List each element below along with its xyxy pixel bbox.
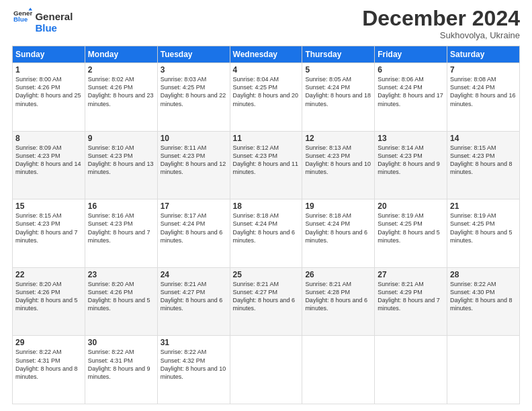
day-number: 11 (233, 134, 300, 143)
logo-icon: General Blue (13, 7, 32, 26)
day-number: 10 (161, 134, 227, 143)
day-info: Sunrise: 8:02 AMSunset: 4:26 PMDaylight:… (88, 76, 154, 107)
day-info: Sunrise: 8:11 AMSunset: 4:23 PMDaylight:… (161, 144, 226, 175)
calendar-cell: 22 Sunrise: 8:20 AMSunset: 4:26 PMDaylig… (13, 267, 85, 336)
calendar-table: SundayMondayTuesdayWednesdayThursdayFrid… (12, 46, 520, 404)
day-info: Sunrise: 8:05 AMSunset: 4:24 PMDaylight:… (305, 76, 371, 107)
day-header-sunday: Sunday (13, 46, 85, 63)
day-info: Sunrise: 8:13 AMSunset: 4:23 PMDaylight:… (305, 144, 371, 175)
day-header-wednesday: Wednesday (230, 46, 302, 63)
calendar-cell: 27 Sunrise: 8:21 AMSunset: 4:29 PMDaylig… (375, 267, 447, 336)
calendar-cell: 14 Sunrise: 8:15 AMSunset: 4:23 PMDaylig… (447, 131, 520, 199)
day-number: 21 (450, 201, 517, 211)
day-number: 15 (15, 201, 82, 211)
day-number: 1 (15, 65, 82, 75)
day-info: Sunrise: 8:21 AMSunset: 4:28 PMDaylight:… (305, 281, 367, 312)
day-number: 4 (233, 65, 300, 75)
day-info: Sunrise: 8:15 AMSunset: 4:23 PMDaylight:… (450, 144, 513, 175)
calendar-cell: 10 Sunrise: 8:11 AMSunset: 4:23 PMDaylig… (157, 131, 230, 199)
day-number: 26 (305, 270, 371, 279)
calendar-body: 1 Sunrise: 8:00 AMSunset: 4:26 PMDayligh… (13, 63, 520, 404)
month-title: December 2024 (362, 7, 520, 30)
day-number: 8 (15, 134, 82, 143)
calendar-cell: 1 Sunrise: 8:00 AMSunset: 4:26 PMDayligh… (13, 63, 85, 132)
calendar-cell: 20 Sunrise: 8:19 AMSunset: 4:25 PMDaylig… (375, 199, 447, 268)
day-number: 12 (305, 134, 371, 143)
day-header-saturday: Saturday (447, 46, 520, 63)
svg-text:Blue: Blue (13, 15, 28, 23)
week-row-5: 29 Sunrise: 8:22 AMSunset: 4:31 PMDaylig… (13, 336, 520, 404)
day-info: Sunrise: 8:16 AMSunset: 4:23 PMDaylight:… (88, 212, 150, 243)
day-header-friday: Friday (375, 46, 447, 63)
header: General Blue General Blue December 2024 … (12, 7, 520, 40)
day-info: Sunrise: 8:10 AMSunset: 4:23 PMDaylight:… (88, 144, 154, 175)
day-header-thursday: Thursday (302, 46, 375, 63)
calendar-cell (375, 336, 447, 404)
calendar-cell: 13 Sunrise: 8:14 AMSunset: 4:23 PMDaylig… (375, 131, 447, 199)
calendar-cell: 8 Sunrise: 8:09 AMSunset: 4:23 PMDayligh… (13, 131, 85, 199)
day-info: Sunrise: 8:15 AMSunset: 4:23 PMDaylight:… (15, 212, 78, 243)
calendar-cell: 4 Sunrise: 8:04 AMSunset: 4:25 PMDayligh… (230, 63, 302, 132)
logo: General Blue General Blue (12, 7, 73, 34)
day-number: 23 (88, 270, 154, 279)
day-info: Sunrise: 8:00 AMSunset: 4:26 PMDaylight:… (15, 76, 81, 107)
day-info: Sunrise: 8:22 AMSunset: 4:30 PMDaylight:… (450, 281, 513, 312)
calendar-cell: 6 Sunrise: 8:06 AMSunset: 4:24 PMDayligh… (375, 63, 447, 132)
calendar-cell: 24 Sunrise: 8:21 AMSunset: 4:27 PMDaylig… (157, 267, 230, 336)
days-header-row: SundayMondayTuesdayWednesdayThursdayFrid… (13, 46, 520, 63)
day-info: Sunrise: 8:14 AMSunset: 4:23 PMDaylight:… (378, 144, 440, 175)
calendar-cell: 31 Sunrise: 8:22 AMSunset: 4:32 PMDaylig… (157, 336, 230, 404)
day-number: 24 (161, 270, 227, 279)
day-number: 28 (450, 270, 517, 279)
week-row-3: 15 Sunrise: 8:15 AMSunset: 4:23 PMDaylig… (13, 199, 520, 268)
day-info: Sunrise: 8:20 AMSunset: 4:26 PMDaylight:… (15, 281, 78, 312)
day-number: 20 (378, 201, 444, 211)
calendar-cell: 15 Sunrise: 8:15 AMSunset: 4:23 PMDaylig… (13, 199, 85, 268)
day-number: 2 (88, 65, 154, 75)
day-info: Sunrise: 8:03 AMSunset: 4:25 PMDaylight:… (161, 76, 226, 107)
calendar-cell (230, 336, 302, 404)
week-row-2: 8 Sunrise: 8:09 AMSunset: 4:23 PMDayligh… (13, 131, 520, 199)
calendar-cell: 17 Sunrise: 8:17 AMSunset: 4:24 PMDaylig… (157, 199, 230, 268)
day-info: Sunrise: 8:21 AMSunset: 4:27 PMDaylight:… (233, 281, 296, 312)
day-number: 27 (378, 270, 444, 279)
day-number: 5 (305, 65, 371, 75)
calendar-cell (302, 336, 375, 404)
day-number: 29 (15, 338, 82, 347)
page: General Blue General Blue December 2024 … (0, 0, 532, 411)
calendar-cell: 16 Sunrise: 8:16 AMSunset: 4:23 PMDaylig… (85, 199, 157, 268)
title-block: December 2024 Sukhovolya, Ukraine (362, 7, 520, 40)
day-number: 31 (161, 338, 227, 347)
calendar-cell (447, 336, 520, 404)
calendar-cell: 30 Sunrise: 8:22 AMSunset: 4:31 PMDaylig… (85, 336, 157, 404)
day-number: 3 (161, 65, 227, 75)
calendar-cell: 23 Sunrise: 8:20 AMSunset: 4:26 PMDaylig… (85, 267, 157, 336)
day-info: Sunrise: 8:19 AMSunset: 4:25 PMDaylight:… (450, 212, 513, 243)
week-row-1: 1 Sunrise: 8:00 AMSunset: 4:26 PMDayligh… (13, 63, 520, 132)
day-number: 18 (233, 201, 300, 211)
week-row-4: 22 Sunrise: 8:20 AMSunset: 4:26 PMDaylig… (13, 267, 520, 336)
day-header-monday: Monday (85, 46, 157, 63)
calendar-cell: 7 Sunrise: 8:08 AMSunset: 4:24 PMDayligh… (447, 63, 520, 132)
day-info: Sunrise: 8:22 AMSunset: 4:31 PMDaylight:… (15, 349, 78, 379)
day-info: Sunrise: 8:04 AMSunset: 4:25 PMDaylight:… (233, 76, 299, 107)
calendar-cell: 2 Sunrise: 8:02 AMSunset: 4:26 PMDayligh… (85, 63, 157, 132)
day-number: 6 (378, 65, 444, 75)
day-number: 9 (88, 134, 154, 143)
calendar-cell: 18 Sunrise: 8:18 AMSunset: 4:24 PMDaylig… (230, 199, 302, 268)
day-info: Sunrise: 8:22 AMSunset: 4:31 PMDaylight:… (88, 349, 150, 379)
day-info: Sunrise: 8:21 AMSunset: 4:27 PMDaylight:… (161, 281, 223, 312)
day-number: 14 (450, 134, 517, 143)
calendar-cell: 9 Sunrise: 8:10 AMSunset: 4:23 PMDayligh… (85, 131, 157, 199)
day-info: Sunrise: 8:06 AMSunset: 4:24 PMDaylight:… (378, 76, 443, 107)
calendar-cell: 3 Sunrise: 8:03 AMSunset: 4:25 PMDayligh… (157, 63, 230, 132)
location-subtitle: Sukhovolya, Ukraine (362, 30, 520, 40)
day-number: 19 (305, 201, 371, 211)
day-info: Sunrise: 8:18 AMSunset: 4:24 PMDaylight:… (305, 212, 367, 243)
day-info: Sunrise: 8:22 AMSunset: 4:32 PMDaylight:… (161, 349, 226, 379)
logo-line1: General (35, 11, 73, 23)
day-info: Sunrise: 8:12 AMSunset: 4:23 PMDaylight:… (233, 144, 299, 175)
day-number: 7 (450, 65, 517, 75)
day-info: Sunrise: 8:18 AMSunset: 4:24 PMDaylight:… (233, 212, 296, 243)
day-info: Sunrise: 8:19 AMSunset: 4:25 PMDaylight:… (378, 212, 440, 243)
